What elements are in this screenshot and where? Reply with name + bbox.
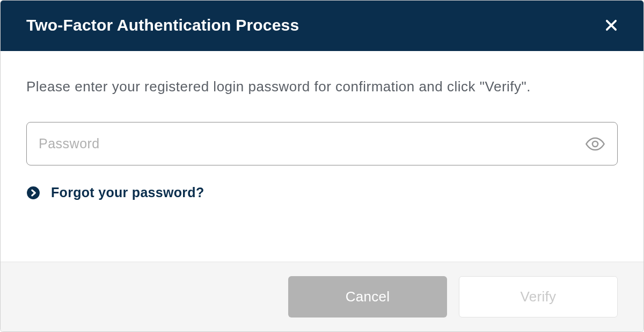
dialog-header: Two-Factor Authentication Process bbox=[1, 1, 643, 51]
svg-point-3 bbox=[27, 186, 40, 199]
forgot-password-label: Forgot your password? bbox=[51, 185, 204, 200]
dialog-title: Two-Factor Authentication Process bbox=[26, 16, 299, 34]
password-input[interactable] bbox=[26, 122, 618, 165]
dialog-footer: Cancel Verify bbox=[1, 262, 643, 331]
two-factor-dialog: Two-Factor Authentication Process Please… bbox=[0, 0, 644, 332]
svg-point-2 bbox=[592, 141, 598, 147]
toggle-password-visibility[interactable] bbox=[583, 132, 607, 156]
close-icon bbox=[604, 18, 619, 33]
eye-icon bbox=[585, 134, 605, 154]
password-field-wrap bbox=[26, 122, 618, 165]
forgot-password-link[interactable]: Forgot your password? bbox=[26, 185, 618, 200]
close-button[interactable] bbox=[601, 15, 622, 36]
chevron-right-circle-icon bbox=[26, 186, 40, 200]
cancel-button[interactable]: Cancel bbox=[288, 276, 447, 317]
verify-button[interactable]: Verify bbox=[459, 276, 618, 317]
dialog-body: Please enter your registered login passw… bbox=[1, 51, 643, 262]
instruction-text: Please enter your registered login passw… bbox=[26, 76, 618, 97]
